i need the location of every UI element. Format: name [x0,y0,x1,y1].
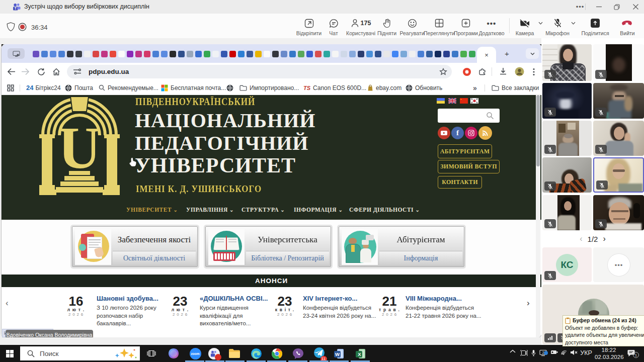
svg-text:T: T [15,7,17,10]
svg-text:U: U [58,115,101,181]
svg-text:W: W [335,351,340,357]
svg-text:X: X [358,351,361,357]
